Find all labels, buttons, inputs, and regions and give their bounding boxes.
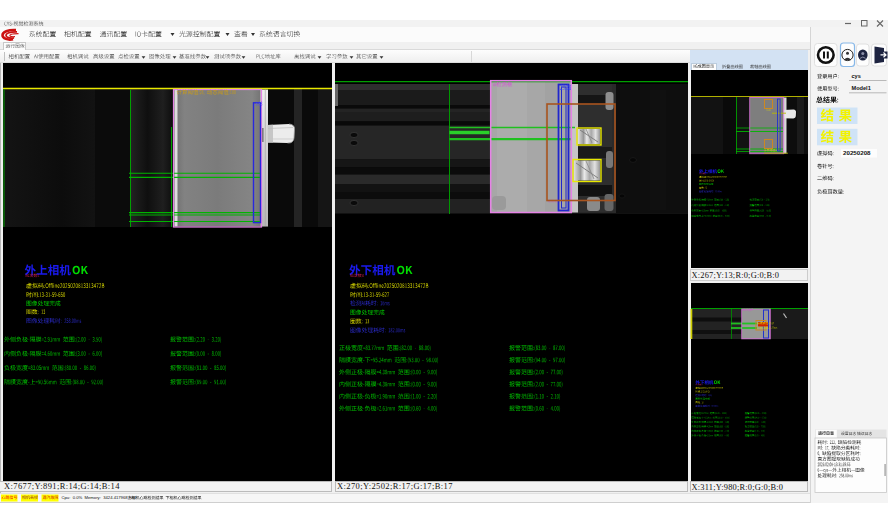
svg-text:X:7677;Y:891;R:14;G:14;B:14: X:7677;Y:891;R:14;G:14;B:14: [4, 481, 120, 491]
svg-text:X:311;Y:980;R:0;G:0;B:0: X:311;Y:980;R:0;G:0;B:0: [692, 483, 784, 492]
svg-text:Model1: Model1: [852, 85, 871, 91]
svg-text:X:270;Y:2502;R:17;G:17;B:17: X:270;Y:2502;R:17;G:17;B:17: [337, 481, 453, 491]
svg-text:cys: cys: [852, 73, 861, 79]
svg-text:X:267;Y:13;R:0;G:0;B:0: X:267;Y:13;R:0;G:0;B:0: [692, 271, 780, 280]
svg-text:20250208: 20250208: [843, 149, 871, 156]
svg-text:Cpu: 0.0% Memory: 3424.4179: Cpu: 0.0% Memory: 3424.41796875M: [62, 495, 137, 500]
